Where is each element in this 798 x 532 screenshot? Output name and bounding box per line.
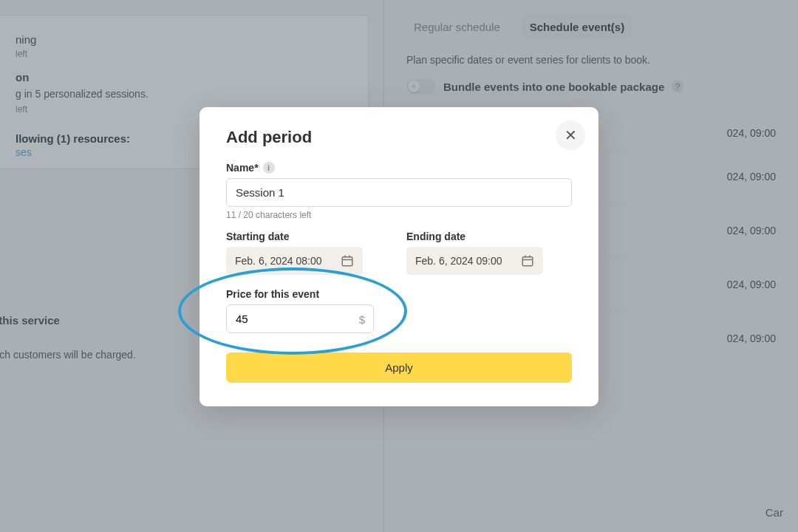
price-input[interactable] bbox=[226, 304, 374, 333]
currency-symbol: $ bbox=[359, 313, 365, 325]
starting-date-picker[interactable]: Feb. 6, 2024 08:00 bbox=[226, 247, 363, 275]
apply-button[interactable]: Apply bbox=[226, 352, 572, 383]
ending-date-value: Feb. 6, 2024 09:00 bbox=[415, 255, 502, 267]
close-button[interactable]: ✕ bbox=[556, 120, 585, 150]
info-icon[interactable]: i bbox=[263, 162, 275, 174]
close-icon: ✕ bbox=[565, 126, 577, 144]
ending-date-picker[interactable]: Feb. 6, 2024 09:00 bbox=[406, 247, 543, 275]
name-label: Name* i bbox=[226, 162, 572, 174]
starting-date-label: Starting date bbox=[226, 231, 392, 242]
modal-overlay: Add period ✕ Name* i 11 / 20 characters … bbox=[0, 0, 798, 532]
svg-rect-0 bbox=[342, 257, 352, 266]
starting-date-value: Feb. 6, 2024 08:00 bbox=[235, 255, 322, 267]
svg-rect-4 bbox=[522, 257, 533, 266]
add-period-modal: Add period ✕ Name* i 11 / 20 characters … bbox=[200, 107, 598, 406]
calendar-icon bbox=[341, 254, 354, 267]
ending-date-label: Ending date bbox=[406, 231, 572, 242]
modal-title: Add period bbox=[226, 128, 572, 147]
calendar-icon bbox=[521, 254, 534, 267]
name-label-text: Name* bbox=[226, 162, 259, 174]
name-input[interactable] bbox=[226, 178, 572, 207]
char-count: 11 / 20 characters left bbox=[226, 210, 572, 220]
price-label: Price for this event bbox=[226, 288, 572, 300]
